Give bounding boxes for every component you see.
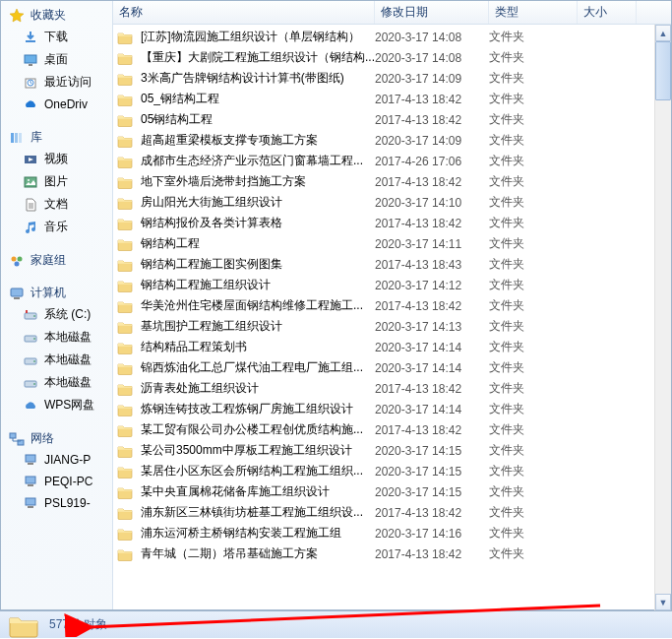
network-item-2[interactable]: PSL919- (1, 492, 112, 514)
folder-icon (117, 444, 133, 458)
file-row[interactable]: 结构精品工程策划书2020-3-17 14:14文件夹 (113, 337, 671, 357)
file-row[interactable]: 钢结构工程2020-3-17 14:11文件夹 (113, 233, 671, 254)
svg-point-11 (12, 256, 17, 261)
file-row[interactable]: 房山阳光大街施工组织设计2020-3-17 14:10文件夹 (113, 192, 671, 213)
sidebar-item-label: 文档 (44, 196, 68, 213)
svg-rect-6 (15, 133, 18, 143)
scroll-down-arrow[interactable]: ▼ (655, 594, 671, 610)
desktop-icon (23, 52, 38, 68)
file-row[interactable]: 华美沧州住宅楼屋面钢结构维修工程施工...2017-4-13 18:42文件夹 (113, 295, 671, 316)
sidebar-favorites-header[interactable]: 收藏夹 (1, 5, 112, 26)
svg-rect-0 (26, 40, 35, 42)
file-row[interactable]: 成都市生态经济产业示范区门窗幕墙工程...2017-4-26 17:06文件夹 (113, 151, 671, 171)
file-type: 文件夹 (489, 235, 578, 252)
file-row[interactable]: [江苏]物流园施工组织设计（单层钢结构）2020-3-17 14:08文件夹 (113, 27, 671, 47)
file-row[interactable]: 钢结构报价及各类计算表格2017-4-13 18:42文件夹 (113, 213, 671, 233)
folder-icon (117, 279, 133, 292)
music-icon (23, 220, 38, 235)
sidebar-item-label: 本地磁盘 (44, 329, 92, 346)
file-type: 文件夹 (489, 277, 578, 293)
file-list[interactable]: [江苏]物流园施工组织设计（单层钢结构）2020-3-17 14:08文件夹【重… (113, 25, 671, 609)
video-icon (23, 152, 38, 167)
computer-item-0[interactable]: 系统 (C:) (1, 303, 112, 326)
file-row[interactable]: 钢结构工程施工图实例图集2017-4-13 18:43文件夹 (113, 254, 671, 275)
file-type: 文件夹 (489, 339, 578, 355)
status-bar: 577 个对象 (0, 610, 672, 638)
file-row[interactable]: 某公司3500mm中厚板工程施工组织设计2020-3-17 14:15文件夹 (113, 440, 671, 461)
file-row[interactable]: 某工贸有限公司办公楼工程创优质结构施...2017-4-13 18:42文件夹 (113, 419, 671, 440)
network-item-0[interactable]: JIANG-P (1, 449, 112, 471)
file-date: 2017-4-13 18:43 (375, 258, 489, 272)
file-row[interactable]: 锦西炼油化工总厂煤代油工程电厂施工组...2020-3-17 14:14文件夹 (113, 357, 671, 378)
file-row[interactable]: 某中央直属棉花储备库施工组织设计2020-3-17 14:15文件夹 (113, 481, 671, 502)
file-row[interactable]: 某居住小区东区会所钢结构工程施工组织...2020-3-17 14:15文件夹 (113, 461, 671, 481)
column-size[interactable]: 大小 (578, 1, 637, 24)
network-item-1[interactable]: PEQI-PC (1, 471, 112, 492)
file-row[interactable]: 地下室外墙后浇带封挡施工方案2017-4-13 18:42文件夹 (113, 171, 671, 192)
folder-icon (117, 93, 133, 106)
favorites-item-3[interactable]: OneDriv (1, 94, 112, 115)
column-name[interactable]: 名称 (113, 1, 375, 24)
file-row[interactable]: 3米高广告牌钢结构设计计算书(带图纸)2020-3-17 14:09文件夹 (113, 68, 671, 89)
folder-icon (117, 51, 133, 65)
pc-icon (23, 474, 38, 489)
file-row[interactable]: 05钢结构工程2017-4-13 18:42文件夹 (113, 109, 671, 130)
libraries-item-1[interactable]: 图片 (1, 170, 112, 193)
file-row[interactable]: 05_钢结构工程2017-4-13 18:42文件夹 (113, 89, 671, 109)
file-row[interactable]: 沥青表处施工组织设计2017-4-13 18:42文件夹 (113, 378, 671, 399)
file-row[interactable]: 浦东运河桥主桥钢结构安装工程施工组2020-3-17 14:16文件夹 (113, 523, 671, 543)
folder-icon (117, 217, 133, 230)
column-type[interactable]: 类型 (489, 1, 578, 24)
file-row[interactable]: 浦东新区三林镇街坊桩基工程施工组织设...2017-4-13 18:42文件夹 (113, 502, 671, 523)
file-type: 文件夹 (489, 194, 578, 211)
folder-icon (117, 237, 133, 251)
folder-icon (117, 465, 133, 479)
folder-icon (117, 175, 133, 189)
file-date: 2017-4-13 18:42 (375, 299, 489, 313)
file-name: 超高超重梁模板支撑专项施工方案 (141, 132, 318, 149)
file-row[interactable]: 超高超重梁模板支撑专项施工方案2020-3-17 14:09文件夹 (113, 130, 671, 151)
computer-item-2[interactable]: 本地磁盘 (1, 349, 112, 371)
favorites-item-1[interactable]: 桌面 (1, 48, 112, 71)
libraries-item-0[interactable]: 视频 (1, 148, 112, 170)
favorites-item-0[interactable]: 下载 (1, 26, 112, 48)
file-row[interactable]: 基坑围护工程施工组织设计2020-3-17 14:13文件夹 (113, 316, 671, 337)
sidebar-network-header[interactable]: 网络 (1, 428, 112, 449)
file-name: 锦西炼油化工总厂煤代油工程电厂施工组... (141, 359, 363, 376)
favorites-item-2[interactable]: 最近访问 (1, 71, 112, 94)
main-panel: 名称 修改日期 类型 大小 [江苏]物流园施工组织设计（单层钢结构）2020-3… (113, 1, 671, 609)
sidebar-item-label: 系统 (C:) (44, 306, 91, 323)
file-name: [江苏]物流园施工组织设计（单层钢结构） (141, 29, 360, 45)
svg-rect-28 (28, 463, 33, 465)
libraries-item-2[interactable]: 文档 (1, 193, 112, 216)
file-name: 某公司3500mm中厚板工程施工组织设计 (141, 442, 352, 459)
file-row[interactable]: 青年城（二期）塔吊基础施工方案2017-4-13 18:42文件夹 (113, 543, 671, 564)
svg-rect-1 (25, 55, 36, 63)
sidebar: 收藏夹 下载桌面最近访问OneDriv 库 视频图片文档音乐 家庭组 (1, 1, 113, 609)
sidebar-item-label: PEQI-PC (44, 475, 92, 488)
folder-icon (117, 382, 133, 396)
computer-item-4[interactable]: WPS网盘 (1, 394, 112, 416)
hdd-icon (23, 330, 38, 346)
file-row[interactable]: 钢结构工程施工组织设计2020-3-17 14:12文件夹 (113, 275, 671, 295)
sidebar-libraries-header[interactable]: 库 (1, 127, 112, 148)
sidebar-homegroup-header[interactable]: 家庭组 (1, 250, 112, 271)
file-date: 2020-3-17 14:08 (375, 31, 489, 44)
folder-icon (117, 155, 133, 168)
scrollbar-thumb[interactable] (655, 41, 671, 100)
file-name: 浦东运河桥主桥钢结构安装工程施工组 (141, 525, 341, 542)
libraries-item-3[interactable]: 音乐 (1, 216, 112, 238)
sidebar-computer-header[interactable]: 计算机 (1, 283, 112, 303)
computer-item-1[interactable]: 本地磁盘 (1, 326, 112, 349)
file-type: 文件夹 (489, 91, 578, 107)
file-row[interactable]: 【重庆】大剧院工程施工组织设计（钢结构...2020-3-17 14:08文件夹 (113, 47, 671, 68)
vertical-scrollbar[interactable]: ▲ ▼ (654, 25, 671, 610)
status-count: 577 个对象 (49, 616, 107, 633)
svg-point-24 (33, 383, 35, 385)
computer-item-3[interactable]: 本地磁盘 (1, 371, 112, 394)
scroll-up-arrow[interactable]: ▲ (655, 25, 671, 41)
file-row[interactable]: 炼钢连铸技改工程炼钢厂房施工组织设计2020-3-17 14:14文件夹 (113, 399, 671, 419)
svg-rect-5 (11, 133, 14, 143)
column-date[interactable]: 修改日期 (375, 1, 489, 24)
homegroup-icon (9, 253, 25, 269)
